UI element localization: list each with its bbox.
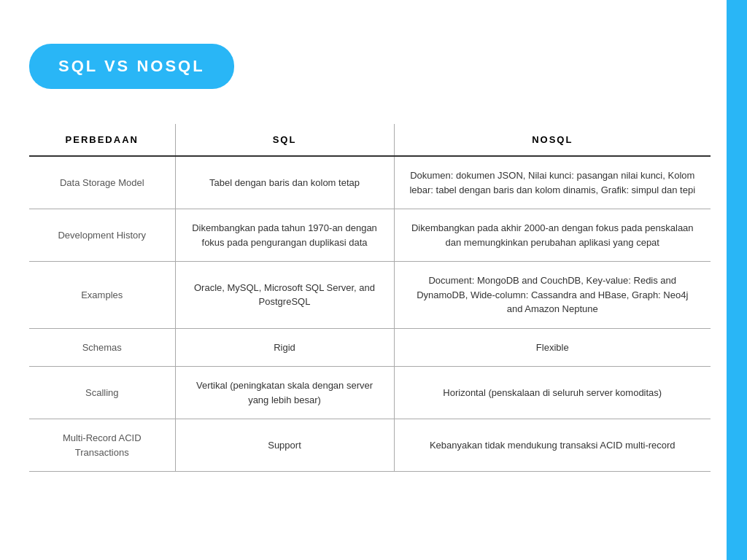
- cell-sql: Rigid: [175, 328, 394, 367]
- title-banner: SQL VS NOSQL: [29, 44, 234, 89]
- table-row: ExamplesOracle, MySQL, Microsoft SQL Ser…: [29, 262, 711, 329]
- cell-sql: Dikembangkan pada tahun 1970-an dengan f…: [175, 209, 394, 262]
- cell-nosql: Horizontal (penskalaan di seluruh server…: [394, 367, 711, 419]
- table-row: SchemasRigidFlexible: [29, 328, 711, 367]
- main-content: PERBEDAAN SQL NOSQL Data Storage ModelTa…: [29, 124, 711, 531]
- table-row: Multi-Record ACID TransactionsSupportKeb…: [29, 419, 711, 472]
- cell-feature: Data Storage Model: [29, 156, 175, 209]
- cell-sql: Support: [175, 419, 394, 472]
- table-row: Data Storage ModelTabel dengan baris dan…: [29, 156, 711, 209]
- table-header-row: PERBEDAAN SQL NOSQL: [29, 124, 711, 156]
- table-row: ScallingVertikal (peningkatan skala deng…: [29, 367, 711, 419]
- header-sql: SQL: [175, 124, 394, 156]
- cell-feature: Schemas: [29, 328, 175, 367]
- page-title: SQL VS NOSQL: [58, 57, 205, 76]
- cell-feature: Multi-Record ACID Transactions: [29, 419, 175, 472]
- header-nosql: NOSQL: [394, 124, 711, 156]
- comparison-table: PERBEDAAN SQL NOSQL Data Storage ModelTa…: [29, 124, 711, 472]
- cell-feature: Scalling: [29, 367, 175, 419]
- cell-sql: Oracle, MySQL, Microsoft SQL Server, and…: [175, 262, 394, 329]
- header-perbedaan: PERBEDAAN: [29, 124, 175, 156]
- cell-feature: Examples: [29, 262, 175, 329]
- cell-nosql: Dikembangkan pada akhir 2000-an dengan f…: [394, 209, 711, 262]
- cell-nosql: Dokumen: dokumen JSON, Nilai kunci: pasa…: [394, 156, 711, 209]
- cell-nosql: Kebanyakan tidak mendukung transaksi ACI…: [394, 419, 711, 472]
- cell-sql: Tabel dengan baris dan kolom tetap: [175, 156, 394, 209]
- right-accent-bar: [727, 0, 747, 560]
- cell-sql: Vertikal (peningkatan skala dengan serve…: [175, 367, 394, 419]
- cell-nosql: Document: MongoDB and CouchDB, Key-value…: [394, 262, 711, 329]
- table-row: Development HistoryDikembangkan pada tah…: [29, 209, 711, 262]
- cell-feature: Development History: [29, 209, 175, 262]
- cell-nosql: Flexible: [394, 328, 711, 367]
